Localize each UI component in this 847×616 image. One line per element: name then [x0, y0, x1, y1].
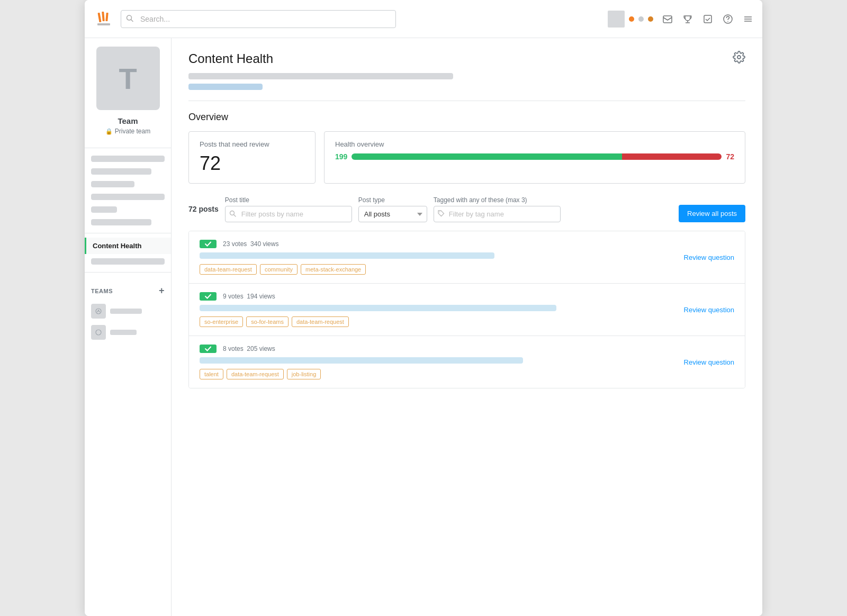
settings-icon[interactable]: [733, 51, 745, 67]
avatar[interactable]: [608, 11, 625, 28]
teams-add-button[interactable]: +: [159, 285, 165, 296]
filter-row: 72 posts Post title Post type All posts …: [188, 196, 745, 222]
sidebar-placeholder-2: [91, 168, 151, 175]
health-count-red: 72: [726, 152, 734, 161]
post-left: 9 votes 194 views so-enterpriseso-for-te…: [200, 292, 675, 327]
sidebar-placeholder-4: [91, 194, 165, 200]
post-title: [200, 305, 556, 311]
post-item: 8 votes 205 views talentdata-team-reques…: [189, 336, 745, 388]
filter-title-label: Post title: [225, 196, 352, 204]
team-item-label-1: [110, 309, 142, 314]
nav-right: [608, 11, 754, 28]
post-header: 23 votes 340 views: [200, 240, 675, 248]
review-question-link[interactable]: Review question: [684, 253, 734, 261]
search-icon: [126, 14, 133, 23]
search-input[interactable]: [121, 10, 396, 28]
post-left: 8 votes 205 views talentdata-team-reques…: [200, 345, 675, 379]
post-header: 8 votes 205 views: [200, 345, 675, 353]
review-icon[interactable]: [702, 13, 714, 25]
page-header: Content Health: [188, 51, 745, 67]
filter-type-label: Post type: [358, 196, 427, 204]
sidebar-divider-1: [85, 148, 171, 148]
team-item-label-2: [110, 330, 137, 335]
review-question-link[interactable]: Review question: [684, 306, 734, 314]
post-tag[interactable]: data-team-request: [200, 264, 257, 275]
sidebar-divider-2: [85, 233, 171, 233]
filter-group-tags: Tagged with any of these (max 3): [434, 196, 561, 222]
inbox-icon[interactable]: [662, 13, 673, 25]
post-tag[interactable]: talent: [200, 369, 223, 379]
nav-icons: [662, 13, 754, 25]
dot-gray: [638, 16, 644, 22]
svg-point-18: [737, 56, 741, 59]
section-divider-1: [188, 101, 745, 101]
post-header: 9 votes 194 views: [200, 292, 675, 301]
review-all-button[interactable]: Review all posts: [679, 205, 745, 222]
svg-rect-0: [97, 23, 110, 25]
post-tag[interactable]: data-team-request: [227, 369, 284, 379]
post-title: [200, 252, 494, 259]
post-votes: 9 votes 194 views: [223, 293, 275, 300]
overview-title: Overview: [188, 112, 745, 123]
overview-cards: Posts that need review 72 Health overvie…: [188, 131, 745, 184]
post-item: 23 votes 340 views data-team-requestcomm…: [189, 231, 745, 284]
post-row: 23 votes 340 views data-team-requestcomm…: [200, 240, 734, 275]
skeleton-line-1: [188, 73, 453, 79]
main-content: Content Health Overview Posts that need …: [172, 38, 762, 616]
svg-point-16: [98, 310, 99, 311]
post-answered-badge: [200, 292, 217, 301]
post-votes: 8 votes 205 views: [223, 345, 275, 352]
post-item: 9 votes 194 views so-enterpriseso-for-te…: [189, 284, 745, 336]
team-list-item-2[interactable]: [85, 322, 171, 343]
filter-search-icon: [229, 210, 236, 219]
post-tag[interactable]: meta-stack-exchange: [301, 264, 366, 275]
svg-point-11: [727, 21, 728, 22]
sidebar-placeholder-6: [91, 219, 151, 225]
menu-icon[interactable]: [742, 13, 754, 25]
posts-count: 72 posts: [188, 205, 219, 214]
filter-title-wrap: [225, 206, 352, 222]
help-icon[interactable]: [722, 13, 734, 25]
post-tag[interactable]: job-listing: [287, 369, 321, 379]
post-tag[interactable]: so-enterprise: [200, 316, 243, 327]
dot-dark-orange: [648, 16, 653, 22]
posts-list: 23 votes 340 views data-team-requestcomm…: [188, 231, 745, 388]
team-item-avatar-1: [91, 304, 106, 319]
posts-review-count: 72: [200, 152, 304, 175]
health-count-green: 199: [335, 152, 347, 161]
post-tag[interactable]: community: [260, 264, 298, 275]
filter-tags-input[interactable]: [434, 206, 561, 222]
svg-rect-9: [704, 15, 711, 23]
post-tag[interactable]: data-team-request: [292, 316, 349, 327]
header-skeleton: [188, 73, 745, 90]
post-answered-badge: [200, 240, 217, 248]
filter-title-input[interactable]: [225, 206, 352, 222]
logo-icon[interactable]: [93, 8, 114, 30]
svg-rect-2: [102, 11, 105, 21]
sidebar: T Team 🔒 Private team Content Health TEA…: [85, 38, 172, 616]
filter-type-select[interactable]: All posts Questions Answers: [358, 206, 427, 222]
sidebar-divider-3: [85, 272, 171, 273]
svg-rect-3: [105, 12, 108, 21]
page-title: Content Health: [188, 51, 273, 66]
health-bar: [352, 153, 722, 160]
review-question-link[interactable]: Review question: [684, 358, 734, 366]
search-bar[interactable]: [121, 10, 396, 28]
svg-point-17: [96, 330, 101, 335]
health-bar-red: [622, 153, 722, 160]
filter-group-title: Post title: [225, 196, 352, 222]
trophy-icon[interactable]: [682, 13, 693, 25]
sidebar-placeholder-7: [91, 258, 165, 265]
sidebar-item-content-health[interactable]: Content Health: [85, 238, 171, 254]
post-tags: talentdata-team-requestjob-listing: [200, 369, 675, 379]
health-overview-card: Health overview 199 72: [324, 131, 745, 184]
post-left: 23 votes 340 views data-team-requestcomm…: [200, 240, 675, 275]
filter-tag-icon: [438, 210, 445, 219]
svg-rect-6: [663, 16, 672, 23]
svg-point-21: [439, 211, 440, 212]
team-avatar: T: [96, 47, 160, 110]
team-list-item-1[interactable]: [85, 301, 171, 322]
svg-line-20: [233, 214, 236, 216]
filter-tags-label: Tagged with any of these (max 3): [434, 196, 561, 204]
post-tag[interactable]: so-for-teams: [246, 316, 289, 327]
